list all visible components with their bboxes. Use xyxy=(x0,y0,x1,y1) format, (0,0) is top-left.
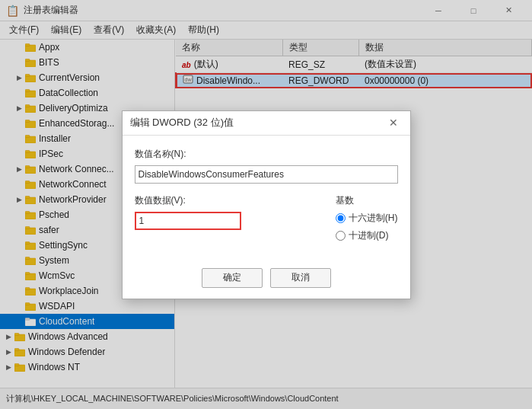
name-input[interactable] xyxy=(135,165,398,184)
radio-group: 十六进制(H) 十进制(D) xyxy=(336,212,398,242)
radio-dec-label: 十进制(D) xyxy=(349,229,389,242)
radio-hex-label: 十六进制(H) xyxy=(349,212,398,225)
dialog-footer: 确定 取消 xyxy=(123,262,410,299)
radio-hex[interactable]: 十六进制(H) xyxy=(336,212,398,225)
base-label: 基数 xyxy=(336,194,398,207)
value-input[interactable] xyxy=(135,212,241,230)
base-section: 基数 十六进制(H) 十进制(D) xyxy=(336,194,398,242)
dialog-body: 数值名称(N): 数值数据(V): 基数 十六进制(H) xyxy=(123,136,410,262)
edit-dword-dialog: 编辑 DWORD (32 位)值 ✕ 数值名称(N): 数值数据(V): 基数 xyxy=(122,110,411,299)
confirm-button[interactable]: 确定 xyxy=(202,268,263,288)
dialog-overlay: 编辑 DWORD (32 位)值 ✕ 数值名称(N): 数值数据(V): 基数 xyxy=(0,0,532,409)
value-row: 数值数据(V): 基数 十六进制(H) 十进制(D) xyxy=(135,194,398,242)
name-label: 数值名称(N): xyxy=(135,148,398,161)
value-label: 数值数据(V): xyxy=(135,194,323,207)
value-section: 数值数据(V): xyxy=(135,194,323,230)
radio-hex-input[interactable] xyxy=(336,213,346,223)
dialog-title: 编辑 DWORD (32 位)值 xyxy=(130,116,234,129)
dialog-title-bar: 编辑 DWORD (32 位)值 ✕ xyxy=(123,111,410,136)
radio-dec-input[interactable] xyxy=(336,231,346,241)
cancel-button[interactable]: 取消 xyxy=(270,268,331,288)
radio-dec[interactable]: 十进制(D) xyxy=(336,229,398,242)
dialog-close-button[interactable]: ✕ xyxy=(384,113,403,132)
